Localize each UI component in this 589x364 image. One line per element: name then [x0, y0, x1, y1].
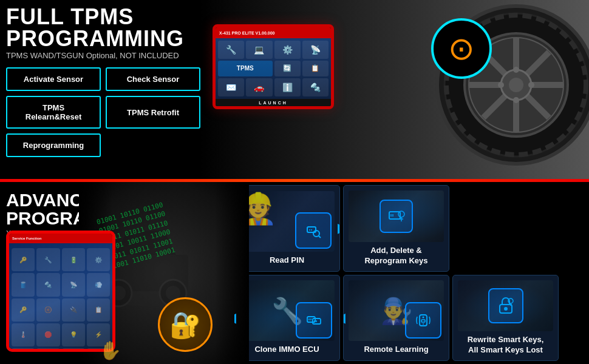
key-functions-grid: 👷 Read PIN	[231, 182, 589, 364]
svg-point-10	[509, 78, 523, 92]
key-tablet-header-text: Service Function	[12, 237, 41, 240]
arrow-left-2: ◀	[343, 310, 346, 326]
rewrite-scene	[458, 280, 553, 332]
kt-icon-12: 📋	[87, 298, 110, 322]
tpms-title: FULL TPMS PROGRAMMING	[6, 6, 243, 50]
tpms-section: FULL TPMS PROGRAMMING TPMS WAND/TSGUN Op…	[0, 0, 589, 179]
kt-icon-3: 🔋	[62, 248, 85, 271]
kt-icon-11: 🔌	[62, 298, 85, 322]
svg-point-14	[528, 82, 534, 88]
remote-icon-wrapper	[405, 302, 441, 339]
key-fob-icon: 🔐	[169, 310, 201, 340]
tpms-retrofit-button[interactable]: TPMS Retrofit	[106, 96, 200, 129]
remote-learning-box: 👨‍🔧	[343, 275, 449, 362]
magnify-key-svg	[305, 222, 322, 239]
arrow-right-1: ▶	[338, 220, 340, 236]
tpms-subtitle: TPMS WAND/TSGUN Optional, NOT INCLUDED	[6, 51, 243, 60]
scene-glow	[349, 190, 444, 242]
clone-svg	[305, 312, 322, 329]
clone-immo-box: 🔧	[234, 275, 340, 362]
key-section: ADVANCED KEY PROGRAMMING X-PROG-3 Option…	[0, 182, 589, 364]
kt-icon-9: 🔑	[12, 298, 35, 322]
tpms-left-panel: FULL TPMS PROGRAMMING TPMS WAND/TSGUN Op…	[6, 6, 243, 157]
kt-icon-6: 🔩	[36, 273, 60, 296]
tablet-icon-10: 🔩	[302, 78, 329, 96]
tpms-icon-circle: ⊙	[431, 18, 492, 79]
empty-slot-1	[452, 185, 559, 272]
read-pin-box: 👷 Read PIN	[234, 185, 340, 272]
tablet-icon-4: 📡	[302, 41, 329, 59]
read-pin-icon-wrapper	[295, 212, 332, 249]
rewrite-smart-keys-image	[458, 280, 553, 332]
key-tablet-wrapper: Service Function 🔑 🔧 🔋 ⚙️ 🛢️ 🔩 📡 💨 🔑 🛞 🔌…	[6, 231, 128, 358]
reprogramming-button[interactable]: Reprogramming	[6, 133, 101, 157]
clone-icon	[296, 302, 332, 339]
read-pin-scene: 👷	[239, 191, 335, 252]
tpms-relearn-reset-button[interactable]: TPMSRelearn&Reset	[6, 96, 101, 129]
remote-learning-scene: 👨‍🔧	[349, 280, 444, 341]
arrow-left-1: ◀	[234, 310, 236, 326]
kt-icon-17: 🔐	[12, 348, 35, 352]
remote-learning-image: 👨‍🔧	[349, 280, 444, 341]
key-tablet-header: Service Function	[9, 234, 112, 243]
clone-icon-wrapper	[296, 302, 332, 339]
check-sensor-button[interactable]: Check Sensor	[106, 67, 200, 91]
wheel-background: ⊙ X-431 PRO ELITE V1.00.000 🔧 💻 ⚙️ 📡 TPM…	[200, 0, 589, 179]
activate-sensor-button[interactable]: Activate Sensor	[6, 67, 101, 91]
kt-icon-1: 🔑	[12, 248, 35, 271]
kt-icon-4: ⚙️	[87, 248, 110, 271]
rewrite-smart-keys-box: Rewrite Smart Keys,All Smart Keys Lost	[452, 275, 559, 362]
add-delete-image	[349, 190, 444, 242]
tpms-buttons: Activate Sensor Check Sensor TPMSRelearn…	[6, 67, 200, 157]
clone-immo-image: 🔧	[239, 280, 335, 341]
kt-icon-13: 🌡️	[12, 323, 35, 346]
add-delete-reprogram-label: Add, Delete &Reprogram Keys	[364, 246, 427, 266]
magnify-key-icon	[295, 212, 332, 249]
read-pin-label: Read PIN	[270, 255, 304, 266]
key-tablet-screen: 🔑 🔧 🔋 ⚙️ 🛢️ 🔩 📡 💨 🔑 🛞 🔌 📋 🌡️ 🛑 💡 ⚡	[9, 243, 112, 352]
key-left-panel: ADVANCED KEY PROGRAMMING X-PROG-3 Option…	[0, 182, 231, 364]
remote-learning-label: Remote Learning	[364, 345, 428, 355]
svg-point-11	[513, 67, 519, 73]
kt-icon-18: 🗓️	[36, 348, 60, 352]
rewrite-smart-keys-label: Rewrite Smart Keys,All Smart Keys Lost	[468, 335, 544, 356]
svg-point-13	[498, 82, 504, 88]
key-tablet-device: Service Function 🔑 🔧 🔋 ⚙️ 🛢️ 🔩 📡 💨 🔑 🛞 🔌…	[6, 231, 115, 352]
kt-icon-15: 💡	[62, 323, 85, 346]
svg-point-12	[513, 97, 519, 103]
svg-point-23	[313, 231, 319, 237]
tablet-icon-8: 🚗	[246, 78, 272, 96]
kt-icon-10: 🛞	[36, 298, 60, 322]
tablet-icon-9: ℹ️	[274, 78, 301, 96]
kt-icon-5: 🛢️	[12, 273, 35, 296]
svg-rect-41	[421, 320, 425, 322]
kt-icon-19: 🔄	[62, 348, 85, 352]
key-fob-circle: 🔐	[158, 297, 213, 352]
clone-immo-label: Clone IMMO ECU	[254, 345, 319, 355]
add-delete-reprogram-box: Add, Delete &Reprogram Keys	[343, 185, 449, 272]
tablet-brand-text: LAUNCH	[259, 101, 288, 105]
svg-line-24	[319, 236, 321, 238]
clone-immo-scene: 🔧	[239, 280, 335, 341]
kt-icon-8: 💨	[87, 273, 110, 296]
tpms-image-area: ⊙ X-431 PRO ELITE V1.00.000 🔧 💻 ⚙️ 📡 TPM…	[200, 0, 589, 179]
kt-icon-14: 🛑	[36, 323, 60, 346]
hand-icon: ✋	[99, 340, 121, 361]
tablet-icon-2: 💻	[246, 41, 272, 59]
remote-icon	[405, 302, 441, 339]
kt-icon-2: 🔧	[36, 248, 60, 271]
add-delete-scene	[349, 190, 444, 242]
tablet-icon-3: ⚙️	[274, 41, 301, 59]
tablet-icon-5: 🔄	[274, 61, 301, 77]
remote-svg	[415, 312, 432, 329]
read-pin-image: 👷	[239, 191, 335, 252]
scene-glow-4	[458, 280, 553, 332]
tpms-warning-icon: ⊙	[448, 30, 475, 67]
tablet-icon-6: 📋	[302, 61, 329, 77]
kt-icon-7: 📡	[62, 273, 85, 296]
